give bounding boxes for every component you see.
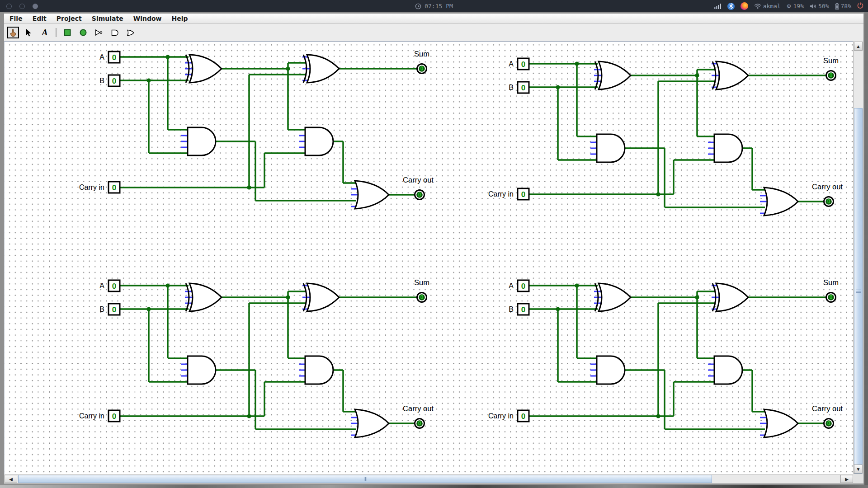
- pin-label-sum: Sum: [414, 50, 429, 58]
- or-gate-body: [355, 409, 389, 437]
- pin-label-sum: Sum: [823, 278, 839, 286]
- gear-icon: ⚙: [787, 3, 792, 9]
- and-gate-body: [305, 356, 333, 384]
- xor-gate-body: [189, 283, 222, 311]
- vertical-scrollbar[interactable]: ▲ ▼: [853, 41, 863, 474]
- or-gate-body: [764, 409, 798, 437]
- or-gate-tool-button[interactable]: [125, 27, 137, 38]
- wire-junction: [656, 414, 660, 418]
- horizontal-scrollbar-thumb[interactable]: [18, 475, 712, 483]
- full-adder-bottom-left: 0A0B0Carry in0Sum0Carry out: [79, 278, 434, 437]
- wire-junction: [286, 295, 290, 299]
- vertical-scrollbar-thumb[interactable]: [854, 108, 863, 474]
- input-pin-value-carry_in: 0: [521, 412, 525, 421]
- menu-item-edit[interactable]: Edit: [32, 15, 47, 22]
- menu-item-project[interactable]: Project: [56, 15, 83, 22]
- full-adder-bottom-right: 0A0B0Carry in0Sum0Carry out: [488, 278, 843, 437]
- speaker-icon: [810, 4, 816, 9]
- wire-junction: [165, 55, 170, 59]
- edit-tool-button[interactable]: [23, 27, 35, 38]
- bluetooth-icon[interactable]: [727, 3, 735, 10]
- or-gate-body: [355, 181, 389, 209]
- scroll-down-button[interactable]: ▼: [854, 465, 863, 474]
- scrollbar-corner: [853, 474, 863, 483]
- wire-junction: [656, 192, 660, 196]
- wire-junction: [165, 283, 170, 287]
- signal-strength-icon[interactable]: [714, 3, 722, 9]
- pin-label-carry_in: Carry in: [79, 183, 104, 191]
- cursor-arrow-icon: [26, 29, 32, 37]
- and-gate-body: [597, 134, 625, 162]
- full-adder-top-right: 0A0B0Carry in0Sum0Carry out: [488, 56, 843, 216]
- input-pin-value-input_a: 0: [112, 282, 116, 291]
- text-tool-button[interactable]: A: [39, 27, 51, 38]
- input-pin-value-input_a: 0: [112, 53, 116, 62]
- menu-item-simulate[interactable]: Simulate: [91, 15, 124, 22]
- app-tray-icon[interactable]: [741, 2, 748, 10]
- battery-icon: [835, 3, 839, 9]
- and-gate-body: [714, 356, 742, 384]
- pin-label-carry_out: Carry out: [403, 176, 434, 184]
- wire-junction: [556, 85, 560, 89]
- text-tool-icon: A: [42, 28, 48, 38]
- and-gate-body: [597, 356, 625, 384]
- output-pin-value-sum: 0: [830, 294, 833, 300]
- xor-gate-body: [307, 55, 339, 83]
- power-icon[interactable]: [857, 2, 863, 10]
- pin-label-carry_out: Carry out: [812, 404, 843, 413]
- input-pin-value-carry_in: 0: [521, 190, 525, 199]
- and-gate-body: [714, 134, 742, 162]
- poke-tool-button[interactable]: [7, 27, 19, 38]
- system-top-bar: 07:15 PM akmal ⚙ 19%: [0, 0, 868, 12]
- horizontal-scrollbar[interactable]: ◀ ▶: [4, 474, 854, 483]
- pin-label-input_a: A: [99, 282, 104, 290]
- pin-label-input_b: B: [99, 305, 104, 313]
- input-pin-value-carry_in: 0: [112, 183, 116, 192]
- xor-gate-body: [307, 283, 339, 311]
- wire-junction: [286, 66, 290, 70]
- and-gate-tool-button[interactable]: [109, 27, 121, 38]
- scroll-right-button[interactable]: ▶: [840, 475, 853, 483]
- scroll-left-button[interactable]: ◀: [5, 475, 17, 483]
- desktop-edge: [864, 12, 868, 485]
- menu-item-file[interactable]: File: [9, 15, 24, 22]
- volume-percent: 50%: [818, 3, 829, 9]
- not-gate-tool-button[interactable]: [93, 27, 105, 38]
- and-gate-icon: [111, 29, 119, 36]
- wire-junction: [695, 295, 699, 299]
- cpu-percent: 19%: [793, 3, 804, 9]
- hand-icon: [9, 28, 17, 37]
- pin-label-input_a: A: [509, 282, 514, 290]
- menu-item-window[interactable]: Window: [132, 15, 163, 22]
- battery-status[interactable]: 78%: [835, 3, 851, 9]
- volume-status[interactable]: 50%: [810, 3, 829, 9]
- output-pin-value-carry_out: 0: [418, 192, 421, 198]
- pin-label-carry_out: Carry out: [403, 404, 434, 413]
- wire-junction: [575, 283, 579, 287]
- input-pin-value-input_b: 0: [112, 305, 116, 314]
- scroll-up-button[interactable]: ▲: [854, 42, 863, 51]
- wifi-status[interactable]: akmal: [754, 3, 781, 9]
- clock-icon: [415, 3, 421, 9]
- output-pin-value-carry_out: 0: [418, 420, 421, 427]
- input-pin-value-input_b: 0: [521, 305, 525, 314]
- cpu-status[interactable]: ⚙ 19%: [787, 3, 804, 9]
- not-gate-icon: [95, 29, 103, 36]
- xor-gate-body: [189, 55, 222, 83]
- battery-percent: 78%: [841, 3, 851, 9]
- circuit-canvas[interactable]: 0A0B0Carry in0Sum0Carry out0A0B0Carry in…: [4, 41, 853, 474]
- output-pin-icon: [80, 29, 87, 36]
- output-pin-tool-button[interactable]: [77, 27, 89, 38]
- output-pin-value-sum: 0: [420, 66, 424, 72]
- and-gate-body: [188, 127, 216, 155]
- output-pin-value-sum: 0: [830, 72, 833, 79]
- wire-junction: [556, 307, 560, 311]
- menu-item-help[interactable]: Help: [170, 15, 189, 22]
- input-pin-icon: [64, 29, 71, 36]
- desktop-wallpaper-strip: [0, 485, 868, 488]
- output-pin-value-carry_out: 0: [827, 198, 830, 205]
- pin-label-input_b: B: [99, 77, 104, 84]
- input-pin-tool-button[interactable]: [61, 27, 73, 38]
- or-gate-body: [764, 188, 798, 216]
- input-pin-value-input_b: 0: [521, 84, 525, 92]
